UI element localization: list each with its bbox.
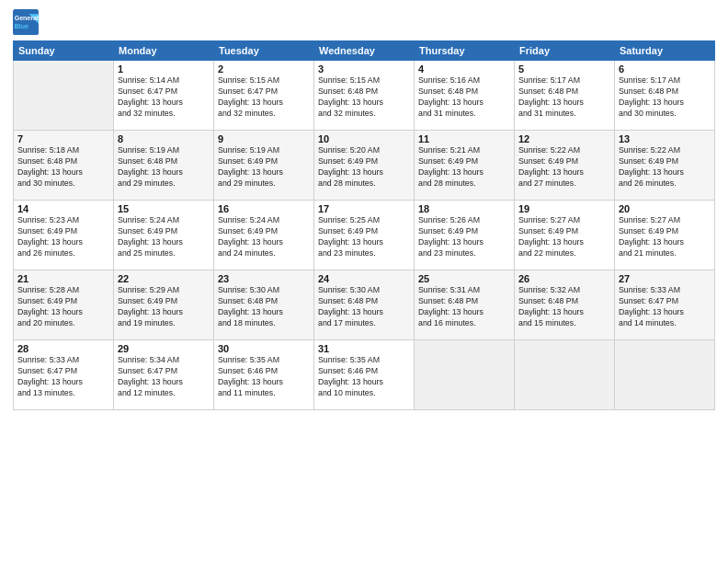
calendar-cell: 25Sunrise: 5:31 AM Sunset: 6:48 PM Dayli…: [415, 270, 515, 340]
day-number: 2: [218, 63, 310, 75]
calendar-cell: 28Sunrise: 5:33 AM Sunset: 6:47 PM Dayli…: [14, 340, 114, 410]
calendar-cell: 15Sunrise: 5:24 AM Sunset: 6:49 PM Dayli…: [114, 201, 214, 270]
day-info: Sunrise: 5:16 AM Sunset: 6:48 PM Dayligh…: [418, 75, 510, 120]
day-number: 4: [418, 63, 510, 75]
day-info: Sunrise: 5:18 AM Sunset: 6:48 PM Dayligh…: [17, 145, 109, 190]
calendar-cell: 19Sunrise: 5:27 AM Sunset: 6:49 PM Dayli…: [515, 201, 615, 270]
calendar-cell: 17Sunrise: 5:25 AM Sunset: 6:49 PM Dayli…: [314, 201, 415, 270]
day-info: Sunrise: 5:23 AM Sunset: 6:49 PM Dayligh…: [17, 215, 109, 259]
day-number: 19: [518, 203, 610, 214]
svg-rect-0: [13, 9, 39, 35]
day-number: 1: [118, 63, 210, 75]
day-info: Sunrise: 5:25 AM Sunset: 6:49 PM Dayligh…: [318, 215, 410, 259]
day-number: 11: [418, 133, 510, 144]
calendar-cell: 29Sunrise: 5:34 AM Sunset: 6:47 PM Dayli…: [114, 340, 214, 410]
day-number: 20: [619, 203, 711, 214]
calendar-cell: 21Sunrise: 5:28 AM Sunset: 6:49 PM Dayli…: [14, 270, 114, 340]
calendar-cell: 8Sunrise: 5:19 AM Sunset: 6:48 PM Daylig…: [114, 131, 214, 201]
calendar-cell: 1Sunrise: 5:14 AM Sunset: 6:47 PM Daylig…: [114, 61, 214, 131]
calendar-cell: 7Sunrise: 5:18 AM Sunset: 6:48 PM Daylig…: [14, 131, 114, 201]
day-number: 23: [218, 273, 310, 284]
day-number: 31: [318, 343, 410, 354]
day-info: Sunrise: 5:15 AM Sunset: 6:48 PM Dayligh…: [318, 75, 410, 120]
day-info: Sunrise: 5:29 AM Sunset: 6:49 PM Dayligh…: [118, 285, 210, 329]
day-number: 27: [619, 273, 711, 284]
day-number: 24: [318, 273, 410, 284]
day-number: 10: [318, 133, 410, 144]
col-tuesday: Tuesday: [214, 41, 314, 61]
day-info: Sunrise: 5:33 AM Sunset: 6:47 PM Dayligh…: [619, 285, 711, 329]
day-info: Sunrise: 5:28 AM Sunset: 6:49 PM Dayligh…: [17, 285, 109, 329]
header: General Blue: [13, 9, 715, 35]
calendar-cell: 6Sunrise: 5:17 AM Sunset: 6:48 PM Daylig…: [615, 61, 715, 131]
day-number: 25: [418, 273, 510, 284]
calendar-body: 1Sunrise: 5:14 AM Sunset: 6:47 PM Daylig…: [14, 61, 715, 410]
col-saturday: Saturday: [615, 41, 715, 61]
day-info: Sunrise: 5:33 AM Sunset: 6:47 PM Dayligh…: [17, 355, 109, 399]
calendar-cell: 23Sunrise: 5:30 AM Sunset: 6:48 PM Dayli…: [214, 270, 314, 340]
calendar-week-row: 7Sunrise: 5:18 AM Sunset: 6:48 PM Daylig…: [14, 131, 715, 201]
calendar-cell: 12Sunrise: 5:22 AM Sunset: 6:49 PM Dayli…: [515, 131, 615, 201]
col-friday: Friday: [515, 41, 615, 61]
day-info: Sunrise: 5:14 AM Sunset: 6:47 PM Dayligh…: [118, 75, 210, 120]
calendar-week-row: 14Sunrise: 5:23 AM Sunset: 6:49 PM Dayli…: [14, 201, 715, 270]
calendar-cell: 26Sunrise: 5:32 AM Sunset: 6:48 PM Dayli…: [515, 270, 615, 340]
day-info: Sunrise: 5:20 AM Sunset: 6:49 PM Dayligh…: [318, 145, 410, 190]
calendar-cell: [14, 61, 114, 131]
day-info: Sunrise: 5:30 AM Sunset: 6:48 PM Dayligh…: [318, 285, 410, 329]
day-number: 3: [318, 63, 410, 75]
calendar-week-row: 21Sunrise: 5:28 AM Sunset: 6:49 PM Dayli…: [14, 270, 715, 340]
day-info: Sunrise: 5:34 AM Sunset: 6:47 PM Dayligh…: [118, 355, 210, 399]
day-number: 16: [218, 203, 310, 214]
day-info: Sunrise: 5:22 AM Sunset: 6:49 PM Dayligh…: [619, 145, 711, 190]
day-number: 6: [619, 63, 711, 75]
calendar-week-row: 1Sunrise: 5:14 AM Sunset: 6:47 PM Daylig…: [14, 61, 715, 131]
day-info: Sunrise: 5:15 AM Sunset: 6:47 PM Dayligh…: [218, 75, 310, 120]
day-info: Sunrise: 5:21 AM Sunset: 6:49 PM Dayligh…: [418, 145, 510, 190]
day-number: 14: [17, 203, 109, 214]
day-info: Sunrise: 5:31 AM Sunset: 6:48 PM Dayligh…: [418, 285, 510, 329]
calendar-cell: 24Sunrise: 5:30 AM Sunset: 6:48 PM Dayli…: [314, 270, 415, 340]
day-number: 28: [17, 343, 109, 354]
calendar-week-row: 28Sunrise: 5:33 AM Sunset: 6:47 PM Dayli…: [14, 340, 715, 410]
calendar-cell: [415, 340, 515, 410]
calendar-cell: 22Sunrise: 5:29 AM Sunset: 6:49 PM Dayli…: [114, 270, 214, 340]
day-info: Sunrise: 5:27 AM Sunset: 6:49 PM Dayligh…: [619, 215, 711, 259]
day-number: 13: [619, 133, 711, 144]
svg-text:Blue: Blue: [15, 23, 28, 29]
day-info: Sunrise: 5:32 AM Sunset: 6:48 PM Dayligh…: [518, 285, 610, 329]
day-info: Sunrise: 5:22 AM Sunset: 6:49 PM Dayligh…: [518, 145, 610, 190]
logo-icon: General Blue: [13, 9, 39, 35]
calendar-cell: 13Sunrise: 5:22 AM Sunset: 6:49 PM Dayli…: [615, 131, 715, 201]
calendar-table: Sunday Monday Tuesday Wednesday Thursday…: [13, 40, 715, 410]
day-number: 9: [218, 133, 310, 144]
day-number: 15: [118, 203, 210, 214]
day-info: Sunrise: 5:24 AM Sunset: 6:49 PM Dayligh…: [118, 215, 210, 259]
col-monday: Monday: [114, 41, 214, 61]
day-info: Sunrise: 5:30 AM Sunset: 6:48 PM Dayligh…: [218, 285, 310, 329]
calendar-cell: 9Sunrise: 5:19 AM Sunset: 6:49 PM Daylig…: [214, 131, 314, 201]
calendar-cell: 3Sunrise: 5:15 AM Sunset: 6:48 PM Daylig…: [314, 61, 415, 131]
day-number: 26: [518, 273, 610, 284]
calendar-cell: 31Sunrise: 5:35 AM Sunset: 6:46 PM Dayli…: [314, 340, 415, 410]
day-number: 29: [118, 343, 210, 354]
day-number: 5: [518, 63, 610, 75]
calendar-cell: 4Sunrise: 5:16 AM Sunset: 6:48 PM Daylig…: [415, 61, 515, 131]
calendar-cell: 5Sunrise: 5:17 AM Sunset: 6:48 PM Daylig…: [515, 61, 615, 131]
day-number: 17: [318, 203, 410, 214]
day-info: Sunrise: 5:17 AM Sunset: 6:48 PM Dayligh…: [619, 75, 711, 120]
day-number: 8: [118, 133, 210, 144]
day-number: 18: [418, 203, 510, 214]
day-info: Sunrise: 5:27 AM Sunset: 6:49 PM Dayligh…: [518, 215, 610, 259]
day-info: Sunrise: 5:26 AM Sunset: 6:49 PM Dayligh…: [418, 215, 510, 259]
col-wednesday: Wednesday: [314, 41, 415, 61]
col-thursday: Thursday: [415, 41, 515, 61]
calendar-cell: [615, 340, 715, 410]
calendar-cell: [515, 340, 615, 410]
svg-text:General: General: [15, 15, 39, 21]
day-info: Sunrise: 5:35 AM Sunset: 6:46 PM Dayligh…: [318, 355, 410, 399]
header-row: Sunday Monday Tuesday Wednesday Thursday…: [14, 41, 715, 61]
page: General Blue Sunday Monday Tuesday Wedne…: [0, 0, 728, 563]
day-number: 22: [118, 273, 210, 284]
day-number: 7: [17, 133, 109, 144]
